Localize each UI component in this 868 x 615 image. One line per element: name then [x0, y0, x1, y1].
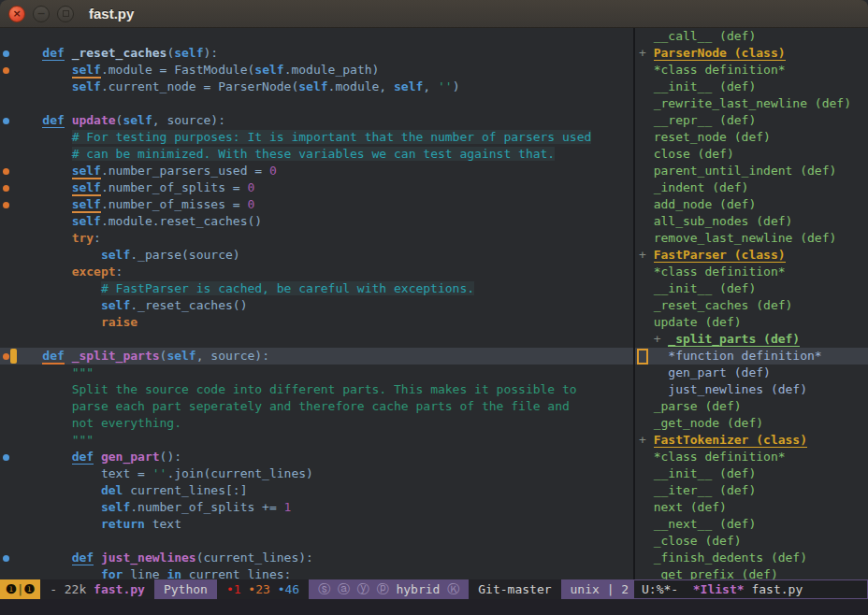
close-icon: ×: [12, 7, 21, 20]
echo-area[interactable]: [0, 599, 868, 615]
outline-item[interactable]: _get_node (def): [635, 415, 868, 432]
outline-item-label: __init__ (def): [654, 79, 757, 93]
outline-item[interactable]: update (def): [635, 314, 868, 331]
outline-item[interactable]: _indent (def): [635, 179, 868, 196]
code-line[interactable]: def _reset_caches(self):: [0, 45, 633, 62]
code-editor[interactable]: def _reset_caches(self): self.module = F…: [0, 28, 633, 579]
code-line[interactable]: """: [0, 432, 633, 449]
code-line[interactable]: del current_lines[:]: [0, 482, 633, 499]
outline-item[interactable]: *class definition*: [635, 264, 868, 280]
outline-item[interactable]: add_node (def): [635, 196, 868, 213]
outline-item[interactable]: __iter__ (def): [635, 482, 868, 499]
code-line[interactable]: # For testing purposes: It is important …: [0, 129, 633, 146]
outline-item[interactable]: __init__ (def): [635, 465, 868, 482]
outline-item[interactable]: __init__ (def): [635, 79, 868, 95]
code-line[interactable]: self._reset_caches(): [0, 297, 633, 314]
outline-item-label: *class definition*: [654, 63, 786, 77]
outline-item[interactable]: parent_until_indent (def): [635, 163, 868, 179]
outline-item-label: next (def): [654, 500, 727, 514]
imenu-outline-panel[interactable]: __call__ (def)+ ParserNode (class) *clas…: [635, 28, 868, 579]
outline-item[interactable]: _reset_caches (def): [635, 297, 868, 314]
code-line[interactable]: self.number_of_splits = 0: [0, 179, 633, 196]
code-token-txt: (current_lines):: [196, 551, 313, 565]
outline-item[interactable]: __next__ (def): [635, 516, 868, 533]
outline-item[interactable]: _get_prefix (def): [635, 566, 868, 579]
code-token-txt: ():: [160, 450, 181, 464]
outline-item[interactable]: just_newlines (def): [635, 381, 868, 398]
outline-item[interactable]: gen_part (def): [635, 365, 868, 381]
code-token-txt: [13, 265, 72, 279]
outline-item[interactable]: all_sub_nodes (def): [635, 213, 868, 230]
outline-item[interactable]: + FastTokenizer (class): [635, 432, 868, 449]
code-line[interactable]: self.module.reset_caches(): [0, 213, 633, 230]
code-line[interactable]: except:: [0, 264, 633, 280]
outline-item[interactable]: *class definition*: [635, 449, 868, 465]
code-line[interactable]: self.number_of_splits += 1: [0, 499, 633, 516]
minimize-button[interactable]: −: [33, 6, 50, 22]
outline-item[interactable]: _finish_dedents (def): [635, 550, 868, 566]
code-token-txt: .number_of_splits +=: [130, 500, 283, 514]
outline-item[interactable]: remove_last_newline (def): [635, 230, 868, 247]
code-line[interactable]: [0, 331, 633, 348]
code-token-txt: [65, 113, 72, 127]
code-token-kwu: def: [72, 551, 94, 565]
outline-item[interactable]: __init__ (def): [635, 280, 868, 297]
outline-item[interactable]: _parse (def): [635, 398, 868, 415]
buffer-info[interactable]: - 22k fast.py: [40, 579, 154, 599]
expand-plus-icon: +: [639, 46, 654, 60]
outline-item[interactable]: close (def): [635, 146, 868, 163]
code-line[interactable]: for line in current_lines:: [0, 566, 633, 579]
code-line[interactable]: self._parse(source): [0, 247, 633, 264]
code-line[interactable]: raise: [0, 314, 633, 331]
outline-item[interactable]: reset_node (def): [635, 129, 868, 146]
outline-item[interactable]: + ParserNode (class): [635, 45, 868, 62]
code-line[interactable]: [0, 533, 633, 550]
code-line[interactable]: self.number_of_misses = 0: [0, 196, 633, 213]
close-button[interactable]: ×: [8, 6, 25, 22]
code-line[interactable]: text = ''.join(current_lines): [0, 465, 633, 482]
code-token-txt: ._parse(source): [130, 248, 239, 262]
code-token-txt: text =: [13, 466, 152, 480]
code-line[interactable]: Split the source code into different par…: [0, 381, 633, 398]
code-line[interactable]: """: [0, 365, 633, 381]
maximize-button[interactable]: [57, 6, 74, 22]
outline-item[interactable]: next (def): [635, 499, 868, 516]
code-line[interactable]: not everything.: [0, 415, 633, 432]
code-token-txt: [13, 349, 42, 363]
outline-item[interactable]: _rewrite_last_newline (def): [635, 95, 868, 112]
code-line[interactable]: def just_newlines(current_lines):: [0, 550, 633, 566]
outline-item[interactable]: __call__ (def): [635, 28, 868, 45]
code-line[interactable]: # FastParser is cached, be careful with …: [0, 280, 633, 297]
outline-item[interactable]: _close (def): [635, 533, 868, 550]
flycheck-info-dot-icon: [3, 454, 9, 461]
code-line[interactable]: self.number_parsers_used = 0: [0, 163, 633, 179]
encoding-indicator[interactable]: unix | 2: [561, 579, 639, 599]
code-line-current[interactable]: def _split_parts(self, source):: [0, 348, 633, 365]
outline-item[interactable]: *class definition*: [635, 62, 868, 79]
code-line[interactable]: def update(self, source):: [0, 112, 633, 129]
code-line[interactable]: return text: [0, 516, 633, 533]
code-line[interactable]: [0, 95, 633, 112]
code-token-com: # can be minimized. With these variables…: [72, 147, 556, 161]
modeline-left: ❶|❶- 22k fast.pyPython•1 •23 •46ⓢ ⓐ ⓨ ⓟ …: [0, 579, 633, 599]
modeline: ❶|❶- 22k fast.pyPython•1 •23 •46ⓢ ⓐ ⓨ ⓟ …: [0, 579, 868, 599]
modeline-text: ❶: [6, 582, 17, 596]
code-token-num: 0: [269, 164, 277, 178]
flycheck-warning-dot-icon: [3, 67, 9, 74]
minor-modes-indicator[interactable]: ⓢ ⓐ ⓨ ⓟ hybrid Ⓚ: [309, 579, 469, 599]
code-line[interactable]: parse each part seperately and therefore…: [0, 398, 633, 415]
outline-item[interactable]: *function definition*: [635, 348, 868, 365]
code-line[interactable]: # can be minimized. With these variables…: [0, 146, 633, 163]
outline-item-label: _close (def): [654, 534, 742, 548]
outline-item[interactable]: __repr__ (def): [635, 112, 868, 129]
code-line[interactable]: self.current_node = ParserNode(self.modu…: [0, 79, 633, 95]
code-line[interactable]: self.module = FastModule(self.module_pat…: [0, 62, 633, 79]
major-mode-indicator[interactable]: Python: [154, 579, 217, 599]
outline-indent: [639, 517, 654, 531]
outline-item[interactable]: + _split_parts (def): [635, 331, 868, 348]
code-line[interactable]: try:: [0, 230, 633, 247]
flycheck-counts[interactable]: •1 •23 •46: [217, 579, 309, 599]
git-branch-indicator[interactable]: Git-master: [469, 579, 560, 599]
outline-item[interactable]: + FastParser (class): [635, 247, 868, 264]
code-line[interactable]: def gen_part():: [0, 449, 633, 465]
